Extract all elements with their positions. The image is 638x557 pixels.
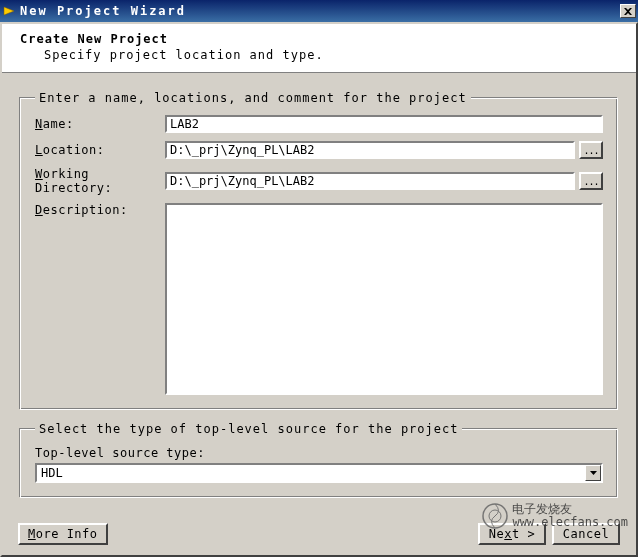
footer-right: Next > Cancel: [478, 523, 620, 545]
fieldset-legend: Enter a name, locations, and comment for…: [35, 91, 471, 105]
svg-marker-0: [4, 7, 14, 15]
titlebar: New Project Wizard: [0, 0, 638, 22]
name-row: Name:: [35, 115, 603, 133]
source-type-value: HDL: [37, 466, 585, 480]
source-type-fieldset: Select the type of top-level source for …: [20, 422, 618, 498]
location-label: Location:: [35, 143, 165, 157]
footer: More Info Next > Cancel: [18, 523, 620, 545]
source-type-label: Top-level source type:: [35, 446, 603, 460]
cancel-button[interactable]: Cancel: [552, 523, 620, 545]
source-type-select[interactable]: HDL: [35, 463, 603, 483]
svg-marker-1: [590, 471, 597, 475]
working-dir-row: Working Directory: ...: [35, 167, 603, 195]
dropdown-arrow-icon: [585, 465, 601, 481]
description-label: Description:: [35, 203, 165, 217]
location-row: Location: ...: [35, 141, 603, 159]
header-section: Create New Project Specify project locat…: [2, 24, 636, 73]
location-input[interactable]: [165, 141, 575, 159]
working-dir-input[interactable]: [165, 172, 575, 190]
page-subtitle: Specify project location and type.: [20, 48, 618, 62]
content-area: Enter a name, locations, and comment for…: [2, 73, 636, 520]
description-row: Description:: [35, 203, 603, 395]
titlebar-text: New Project Wizard: [20, 4, 620, 18]
close-button[interactable]: [620, 4, 636, 18]
working-dir-browse-button[interactable]: ...: [579, 172, 603, 190]
name-input[interactable]: [165, 115, 603, 133]
next-button[interactable]: Next >: [478, 523, 546, 545]
location-browse-button[interactable]: ...: [579, 141, 603, 159]
page-title: Create New Project: [20, 32, 618, 46]
working-dir-label: Working Directory:: [35, 167, 165, 195]
dialog-body: Create New Project Specify project locat…: [0, 22, 638, 557]
fieldset-legend: Select the type of top-level source for …: [35, 422, 462, 436]
name-label: Name:: [35, 117, 165, 131]
description-input[interactable]: [165, 203, 603, 395]
app-icon: [2, 4, 16, 18]
more-info-button[interactable]: More Info: [18, 523, 108, 545]
project-info-fieldset: Enter a name, locations, and comment for…: [20, 91, 618, 410]
